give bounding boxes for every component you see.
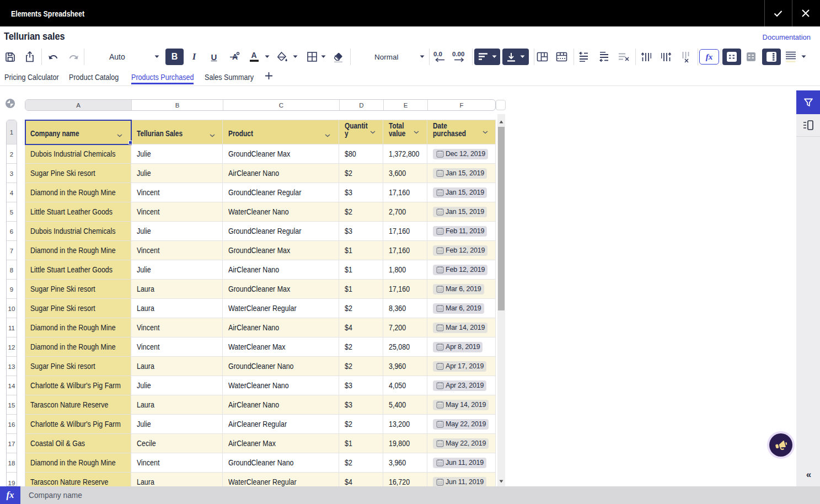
svg-text:A: A — [251, 51, 257, 60]
svg-text:0.0: 0.0 — [433, 51, 442, 57]
svg-text:0.00: 0.00 — [452, 51, 464, 57]
